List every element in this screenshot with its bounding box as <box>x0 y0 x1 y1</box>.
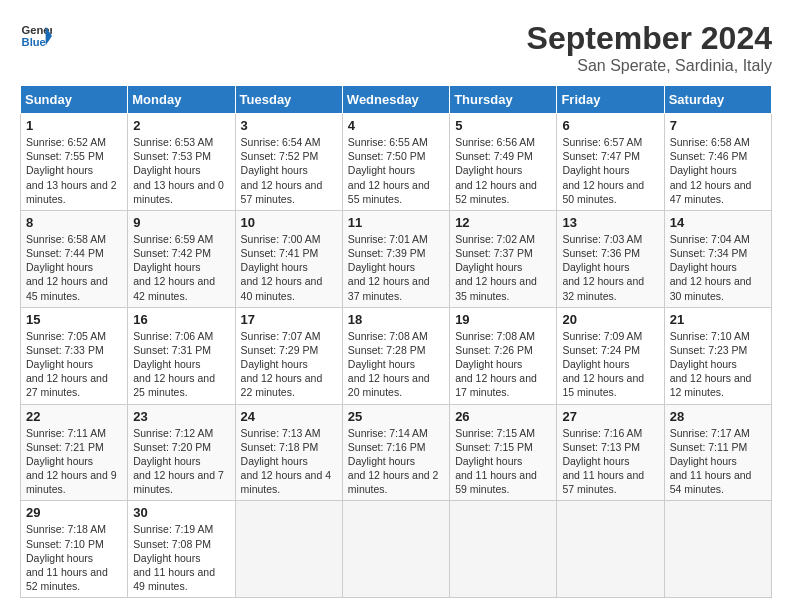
day-info: Sunrise: 7:08 AM Sunset: 7:28 PM Dayligh… <box>348 329 444 400</box>
column-header-sunday: Sunday <box>21 86 128 114</box>
calendar-cell: 20 Sunrise: 7:09 AM Sunset: 7:24 PM Dayl… <box>557 307 664 404</box>
day-number: 12 <box>455 215 551 230</box>
calendar-header-row: SundayMondayTuesdayWednesdayThursdayFrid… <box>21 86 772 114</box>
calendar-cell <box>664 501 771 598</box>
day-info: Sunrise: 7:15 AM Sunset: 7:15 PM Dayligh… <box>455 426 551 497</box>
calendar-cell <box>235 501 342 598</box>
day-number: 5 <box>455 118 551 133</box>
day-number: 23 <box>133 409 229 424</box>
calendar-cell: 29 Sunrise: 7:18 AM Sunset: 7:10 PM Dayl… <box>21 501 128 598</box>
calendar-cell: 28 Sunrise: 7:17 AM Sunset: 7:11 PM Dayl… <box>664 404 771 501</box>
calendar-table: SundayMondayTuesdayWednesdayThursdayFrid… <box>20 85 772 598</box>
calendar-cell: 7 Sunrise: 6:58 AM Sunset: 7:46 PM Dayli… <box>664 114 771 211</box>
calendar-cell: 11 Sunrise: 7:01 AM Sunset: 7:39 PM Dayl… <box>342 210 449 307</box>
column-header-wednesday: Wednesday <box>342 86 449 114</box>
day-number: 25 <box>348 409 444 424</box>
day-info: Sunrise: 6:54 AM Sunset: 7:52 PM Dayligh… <box>241 135 337 206</box>
day-info: Sunrise: 7:04 AM Sunset: 7:34 PM Dayligh… <box>670 232 766 303</box>
svg-text:Blue: Blue <box>22 36 46 48</box>
day-info: Sunrise: 7:14 AM Sunset: 7:16 PM Dayligh… <box>348 426 444 497</box>
day-number: 7 <box>670 118 766 133</box>
day-number: 15 <box>26 312 122 327</box>
day-info: Sunrise: 6:55 AM Sunset: 7:50 PM Dayligh… <box>348 135 444 206</box>
column-header-friday: Friday <box>557 86 664 114</box>
day-number: 21 <box>670 312 766 327</box>
calendar-cell: 18 Sunrise: 7:08 AM Sunset: 7:28 PM Dayl… <box>342 307 449 404</box>
day-number: 4 <box>348 118 444 133</box>
week-row-5: 29 Sunrise: 7:18 AM Sunset: 7:10 PM Dayl… <box>21 501 772 598</box>
month-title: September 2024 <box>527 20 772 57</box>
column-header-thursday: Thursday <box>450 86 557 114</box>
day-info: Sunrise: 7:16 AM Sunset: 7:13 PM Dayligh… <box>562 426 658 497</box>
day-info: Sunrise: 7:02 AM Sunset: 7:37 PM Dayligh… <box>455 232 551 303</box>
day-info: Sunrise: 7:06 AM Sunset: 7:31 PM Dayligh… <box>133 329 229 400</box>
calendar-cell: 2 Sunrise: 6:53 AM Sunset: 7:53 PM Dayli… <box>128 114 235 211</box>
day-number: 19 <box>455 312 551 327</box>
calendar-cell: 30 Sunrise: 7:19 AM Sunset: 7:08 PM Dayl… <box>128 501 235 598</box>
column-header-saturday: Saturday <box>664 86 771 114</box>
calendar-cell: 8 Sunrise: 6:58 AM Sunset: 7:44 PM Dayli… <box>21 210 128 307</box>
day-number: 26 <box>455 409 551 424</box>
day-number: 22 <box>26 409 122 424</box>
column-header-tuesday: Tuesday <box>235 86 342 114</box>
day-number: 29 <box>26 505 122 520</box>
day-info: Sunrise: 7:11 AM Sunset: 7:21 PM Dayligh… <box>26 426 122 497</box>
day-number: 24 <box>241 409 337 424</box>
day-info: Sunrise: 6:58 AM Sunset: 7:44 PM Dayligh… <box>26 232 122 303</box>
week-row-1: 1 Sunrise: 6:52 AM Sunset: 7:55 PM Dayli… <box>21 114 772 211</box>
day-info: Sunrise: 7:05 AM Sunset: 7:33 PM Dayligh… <box>26 329 122 400</box>
title-area: September 2024 San Sperate, Sardinia, It… <box>527 20 772 75</box>
calendar-cell: 23 Sunrise: 7:12 AM Sunset: 7:20 PM Dayl… <box>128 404 235 501</box>
day-info: Sunrise: 7:07 AM Sunset: 7:29 PM Dayligh… <box>241 329 337 400</box>
day-info: Sunrise: 6:53 AM Sunset: 7:53 PM Dayligh… <box>133 135 229 206</box>
day-info: Sunrise: 7:18 AM Sunset: 7:10 PM Dayligh… <box>26 522 122 593</box>
day-info: Sunrise: 7:17 AM Sunset: 7:11 PM Dayligh… <box>670 426 766 497</box>
calendar-cell: 27 Sunrise: 7:16 AM Sunset: 7:13 PM Dayl… <box>557 404 664 501</box>
calendar-cell <box>557 501 664 598</box>
calendar-cell: 9 Sunrise: 6:59 AM Sunset: 7:42 PM Dayli… <box>128 210 235 307</box>
day-number: 1 <box>26 118 122 133</box>
calendar-cell: 15 Sunrise: 7:05 AM Sunset: 7:33 PM Dayl… <box>21 307 128 404</box>
day-number: 2 <box>133 118 229 133</box>
calendar-cell: 24 Sunrise: 7:13 AM Sunset: 7:18 PM Dayl… <box>235 404 342 501</box>
day-info: Sunrise: 7:03 AM Sunset: 7:36 PM Dayligh… <box>562 232 658 303</box>
week-row-2: 8 Sunrise: 6:58 AM Sunset: 7:44 PM Dayli… <box>21 210 772 307</box>
calendar-cell: 16 Sunrise: 7:06 AM Sunset: 7:31 PM Dayl… <box>128 307 235 404</box>
day-info: Sunrise: 7:00 AM Sunset: 7:41 PM Dayligh… <box>241 232 337 303</box>
day-number: 8 <box>26 215 122 230</box>
calendar-cell: 14 Sunrise: 7:04 AM Sunset: 7:34 PM Dayl… <box>664 210 771 307</box>
calendar-cell: 3 Sunrise: 6:54 AM Sunset: 7:52 PM Dayli… <box>235 114 342 211</box>
day-info: Sunrise: 7:19 AM Sunset: 7:08 PM Dayligh… <box>133 522 229 593</box>
calendar-cell <box>450 501 557 598</box>
day-number: 30 <box>133 505 229 520</box>
calendar-cell: 25 Sunrise: 7:14 AM Sunset: 7:16 PM Dayl… <box>342 404 449 501</box>
day-info: Sunrise: 6:56 AM Sunset: 7:49 PM Dayligh… <box>455 135 551 206</box>
day-info: Sunrise: 6:52 AM Sunset: 7:55 PM Dayligh… <box>26 135 122 206</box>
calendar-cell: 26 Sunrise: 7:15 AM Sunset: 7:15 PM Dayl… <box>450 404 557 501</box>
location: San Sperate, Sardinia, Italy <box>527 57 772 75</box>
logo: General Blue <box>20 20 52 52</box>
calendar-body: 1 Sunrise: 6:52 AM Sunset: 7:55 PM Dayli… <box>21 114 772 598</box>
day-number: 17 <box>241 312 337 327</box>
calendar-cell: 12 Sunrise: 7:02 AM Sunset: 7:37 PM Dayl… <box>450 210 557 307</box>
day-number: 11 <box>348 215 444 230</box>
week-row-3: 15 Sunrise: 7:05 AM Sunset: 7:33 PM Dayl… <box>21 307 772 404</box>
column-header-monday: Monday <box>128 86 235 114</box>
calendar-cell <box>342 501 449 598</box>
day-info: Sunrise: 6:58 AM Sunset: 7:46 PM Dayligh… <box>670 135 766 206</box>
day-number: 14 <box>670 215 766 230</box>
calendar-cell: 5 Sunrise: 6:56 AM Sunset: 7:49 PM Dayli… <box>450 114 557 211</box>
calendar-cell: 19 Sunrise: 7:08 AM Sunset: 7:26 PM Dayl… <box>450 307 557 404</box>
calendar-cell: 1 Sunrise: 6:52 AM Sunset: 7:55 PM Dayli… <box>21 114 128 211</box>
day-info: Sunrise: 7:12 AM Sunset: 7:20 PM Dayligh… <box>133 426 229 497</box>
day-info: Sunrise: 7:01 AM Sunset: 7:39 PM Dayligh… <box>348 232 444 303</box>
calendar-cell: 17 Sunrise: 7:07 AM Sunset: 7:29 PM Dayl… <box>235 307 342 404</box>
day-info: Sunrise: 7:13 AM Sunset: 7:18 PM Dayligh… <box>241 426 337 497</box>
logo-icon: General Blue <box>20 20 52 52</box>
day-info: Sunrise: 6:57 AM Sunset: 7:47 PM Dayligh… <box>562 135 658 206</box>
day-number: 16 <box>133 312 229 327</box>
header: General Blue September 2024 San Sperate,… <box>20 20 772 75</box>
calendar-cell: 6 Sunrise: 6:57 AM Sunset: 7:47 PM Dayli… <box>557 114 664 211</box>
day-number: 13 <box>562 215 658 230</box>
day-info: Sunrise: 7:08 AM Sunset: 7:26 PM Dayligh… <box>455 329 551 400</box>
